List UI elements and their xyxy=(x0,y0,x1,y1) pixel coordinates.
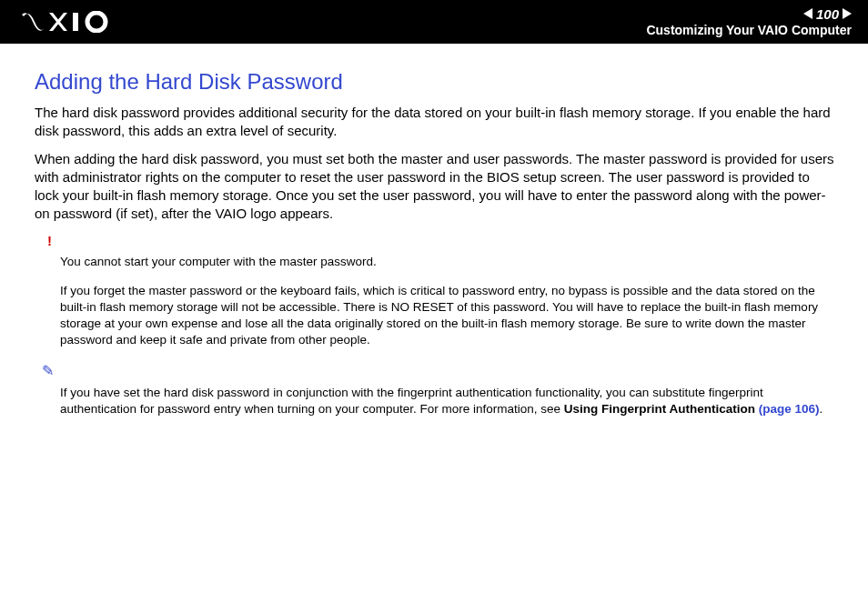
warning-icon: ! xyxy=(47,233,837,248)
page-nav: 100 xyxy=(646,7,852,21)
page-content: Adding the Hard Disk Password The hard d… xyxy=(0,44,868,417)
tip-bold: Using Fingerprint Authentication xyxy=(564,402,759,416)
tip-link[interactable]: (page 106) xyxy=(759,402,820,416)
warning-line-1: You cannot start your computer with the … xyxy=(60,254,837,270)
section-label: Customizing Your VAIO Computer xyxy=(646,23,852,37)
tip-icon: ✎ xyxy=(42,362,837,379)
page-header: 100 Customizing Your VAIO Computer xyxy=(0,0,868,44)
svg-point-1 xyxy=(87,13,106,31)
prev-page-icon[interactable] xyxy=(803,8,812,19)
paragraph-2: When adding the hard disk password, you … xyxy=(35,150,837,224)
page-number: 100 xyxy=(816,7,839,21)
page-title: Adding the Hard Disk Password xyxy=(35,69,837,95)
warning-line-2: If you forget the master password or the… xyxy=(60,283,837,349)
svg-rect-0 xyxy=(73,13,78,31)
tip-suffix: . xyxy=(820,402,823,416)
paragraph-1: The hard disk password provides addition… xyxy=(35,104,837,141)
next-page-icon[interactable] xyxy=(843,8,852,19)
vaio-logo xyxy=(22,11,122,33)
tip-text: If you have set the hard disk password i… xyxy=(60,385,837,417)
header-right: 100 Customizing Your VAIO Computer xyxy=(646,7,852,37)
